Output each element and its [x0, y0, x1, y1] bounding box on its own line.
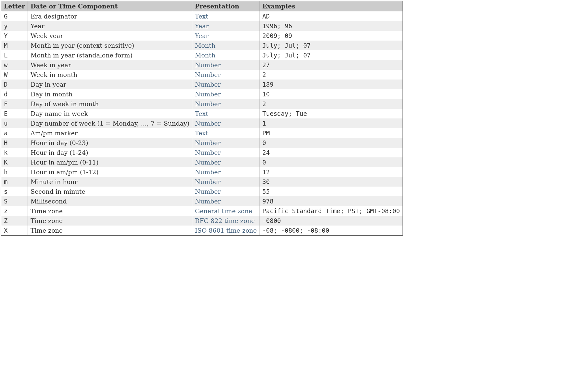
cell-component: Time zone: [28, 206, 192, 216]
cell-examples: 55: [260, 187, 403, 196]
cell-letter: K: [1, 157, 28, 167]
table-row: KHour in am/pm (0-11)Number0: [1, 157, 403, 167]
cell-presentation: Number: [192, 99, 260, 109]
presentation-link[interactable]: Number: [195, 61, 221, 68]
presentation-link[interactable]: Text: [195, 13, 208, 20]
cell-examples: 10: [260, 89, 403, 99]
cell-presentation: Number: [192, 89, 260, 99]
table-header-row: Letter Date or Time Component Presentati…: [1, 1, 403, 11]
cell-examples: 30: [260, 177, 403, 187]
cell-letter: M: [1, 41, 28, 50]
cell-letter: a: [1, 128, 28, 138]
cell-letter: S: [1, 196, 28, 206]
presentation-link[interactable]: Number: [195, 188, 221, 195]
presentation-link[interactable]: Number: [195, 159, 221, 166]
cell-presentation: Number: [192, 196, 260, 206]
presentation-link[interactable]: Number: [195, 178, 221, 185]
cell-presentation: Number: [192, 167, 260, 177]
cell-letter: Y: [1, 31, 28, 41]
presentation-link[interactable]: Number: [195, 71, 221, 78]
cell-presentation: Number: [192, 148, 260, 157]
table-row: uDay number of week (1 = Monday, ..., 7 …: [1, 118, 403, 128]
cell-examples: Pacific Standard Time; PST; GMT-08:00: [260, 206, 403, 216]
cell-presentation: Number: [192, 157, 260, 167]
cell-component: Hour in am/pm (0-11): [28, 157, 192, 167]
cell-examples: 978: [260, 196, 403, 206]
presentation-link[interactable]: Number: [195, 120, 221, 127]
table-row: MMonth in year (context sensitive)MonthJ…: [1, 41, 403, 50]
cell-component: Day in year: [28, 80, 192, 89]
cell-letter: H: [1, 138, 28, 148]
presentation-link[interactable]: Number: [195, 149, 221, 156]
cell-letter: Z: [1, 216, 28, 226]
presentation-link[interactable]: Number: [195, 198, 221, 205]
presentation-link[interactable]: General time zone: [195, 207, 252, 215]
table-row: YWeek yearYear2009; 09: [1, 31, 403, 41]
cell-examples: July; Jul; 07: [260, 50, 403, 60]
cell-examples: 2: [260, 70, 403, 80]
presentation-link[interactable]: Year: [195, 22, 209, 30]
cell-letter: h: [1, 167, 28, 177]
cell-component: Hour in day (0-23): [28, 138, 192, 148]
table-row: yYearYear1996; 96: [1, 21, 403, 31]
header-examples: Examples: [260, 1, 403, 11]
cell-examples: 1: [260, 118, 403, 128]
presentation-link[interactable]: Number: [195, 91, 221, 98]
table-row: sSecond in minuteNumber55: [1, 187, 403, 196]
table-row: DDay in yearNumber189: [1, 80, 403, 89]
table-row: zTime zoneGeneral time zonePacific Stand…: [1, 206, 403, 216]
header-presentation: Presentation: [192, 1, 260, 11]
cell-presentation: Number: [192, 80, 260, 89]
table-row: aAm/pm markerTextPM: [1, 128, 403, 138]
presentation-link[interactable]: Text: [195, 129, 208, 137]
table-row: hHour in am/pm (1-12)Number12: [1, 167, 403, 177]
cell-letter: D: [1, 80, 28, 89]
cell-component: Month in year (standalone form): [28, 50, 192, 60]
presentation-link[interactable]: Month: [195, 42, 215, 49]
cell-examples: 2009; 09: [260, 31, 403, 41]
date-pattern-table: Letter Date or Time Component Presentati…: [1, 1, 403, 236]
cell-letter: m: [1, 177, 28, 187]
cell-examples: 2: [260, 99, 403, 109]
presentation-link[interactable]: RFC 822 time zone: [195, 217, 255, 224]
cell-presentation: Number: [192, 138, 260, 148]
cell-component: Week in year: [28, 60, 192, 70]
presentation-link[interactable]: ISO 8601 time zone: [195, 227, 257, 234]
presentation-link[interactable]: Number: [195, 100, 221, 107]
cell-examples: -0800: [260, 216, 403, 226]
cell-presentation: ISO 8601 time zone: [192, 226, 260, 236]
cell-examples: -08; -0800; -08:00: [260, 226, 403, 236]
table-row: kHour in day (1-24)Number24: [1, 148, 403, 157]
cell-component: Hour in am/pm (1-12): [28, 167, 192, 177]
cell-letter: z: [1, 206, 28, 216]
cell-presentation: Text: [192, 128, 260, 138]
cell-component: Am/pm marker: [28, 128, 192, 138]
table-row: ZTime zoneRFC 822 time zone-0800: [1, 216, 403, 226]
presentation-link[interactable]: Text: [195, 110, 208, 117]
table-row: mMinute in hourNumber30: [1, 177, 403, 187]
cell-component: Day in month: [28, 89, 192, 99]
header-letter: Letter: [1, 1, 28, 11]
cell-component: Week in month: [28, 70, 192, 80]
cell-presentation: Text: [192, 109, 260, 118]
cell-presentation: RFC 822 time zone: [192, 216, 260, 226]
cell-examples: July; Jul; 07: [260, 41, 403, 50]
table-row: LMonth in year (standalone form)MonthJul…: [1, 50, 403, 60]
presentation-link[interactable]: Number: [195, 168, 221, 176]
cell-component: Time zone: [28, 216, 192, 226]
cell-presentation: Number: [192, 60, 260, 70]
table-row: EDay name in weekTextTuesday; Tue: [1, 109, 403, 118]
table-row: dDay in monthNumber10: [1, 89, 403, 99]
cell-presentation: Month: [192, 50, 260, 60]
cell-component: Year: [28, 21, 192, 31]
header-component: Date or Time Component: [28, 1, 192, 11]
presentation-link[interactable]: Number: [195, 81, 221, 88]
cell-examples: 189: [260, 80, 403, 89]
cell-letter: w: [1, 60, 28, 70]
presentation-link[interactable]: Month: [195, 52, 215, 59]
cell-component: Hour in day (1-24): [28, 148, 192, 157]
presentation-link[interactable]: Number: [195, 139, 221, 146]
table-row: FDay of week in monthNumber2: [1, 99, 403, 109]
table-row: SMillisecondNumber978: [1, 196, 403, 206]
presentation-link[interactable]: Year: [195, 32, 209, 39]
